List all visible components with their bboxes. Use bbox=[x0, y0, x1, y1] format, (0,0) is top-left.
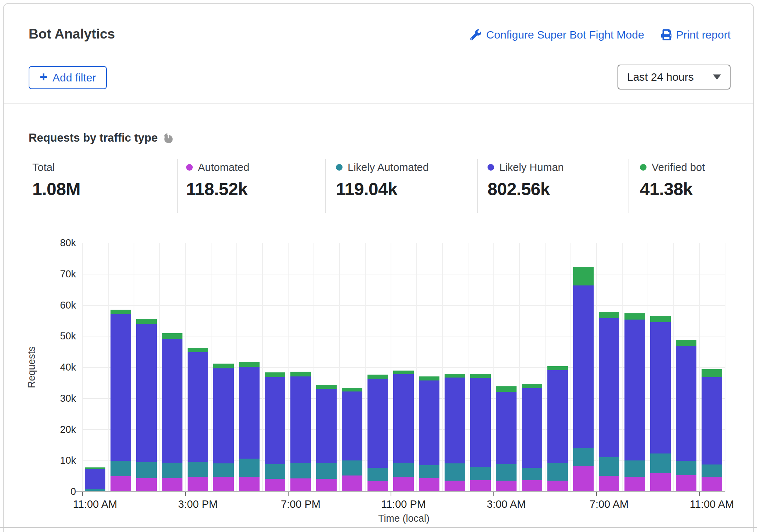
bar-segment-automated[interactable] bbox=[573, 466, 594, 492]
bar-segment-likely_human[interactable] bbox=[239, 367, 260, 459]
chart-bar[interactable] bbox=[188, 243, 208, 492]
stat-total[interactable]: Total1.08M bbox=[32, 161, 80, 199]
bar-segment-verified_bot[interactable] bbox=[111, 310, 131, 314]
stat-automated[interactable]: Automated118.52k bbox=[186, 161, 249, 199]
chart-bar[interactable] bbox=[650, 243, 671, 492]
bar-segment-verified_bot[interactable] bbox=[290, 372, 311, 376]
bar-segment-likely_human[interactable] bbox=[393, 374, 414, 463]
bar-segment-likely_human[interactable] bbox=[290, 376, 311, 463]
bar-segment-automated[interactable] bbox=[393, 477, 414, 492]
bar-segment-likely_human[interactable] bbox=[136, 324, 157, 462]
chart-bar[interactable] bbox=[213, 243, 234, 492]
bar-segment-likely_human[interactable] bbox=[111, 314, 131, 461]
bar-segment-likely_human[interactable] bbox=[522, 388, 542, 468]
bar-segment-likely_automated[interactable] bbox=[547, 463, 568, 481]
bar-segment-automated[interactable] bbox=[445, 481, 465, 492]
bar-segment-automated[interactable] bbox=[188, 477, 208, 492]
chart-bar[interactable] bbox=[522, 243, 542, 492]
chart-bar[interactable] bbox=[290, 243, 311, 492]
bar-segment-likely_automated[interactable] bbox=[676, 461, 696, 475]
bar-segment-verified_bot[interactable] bbox=[188, 348, 208, 353]
bar-segment-likely_automated[interactable] bbox=[470, 467, 491, 480]
bar-segment-likely_automated[interactable] bbox=[393, 463, 414, 477]
chart-bar[interactable] bbox=[496, 243, 517, 492]
bar-segment-likely_human[interactable] bbox=[573, 285, 594, 448]
bar-segment-likely_human[interactable] bbox=[162, 339, 182, 463]
bar-segment-verified_bot[interactable] bbox=[445, 374, 465, 378]
bar-segment-verified_bot[interactable] bbox=[702, 369, 722, 377]
bar-segment-verified_bot[interactable] bbox=[650, 316, 671, 322]
bar-segment-likely_automated[interactable] bbox=[367, 468, 388, 481]
bar-segment-verified_bot[interactable] bbox=[367, 375, 388, 379]
chart-bar[interactable] bbox=[111, 243, 131, 492]
bar-segment-verified_bot[interactable] bbox=[162, 333, 182, 339]
bar-segment-verified_bot[interactable] bbox=[599, 312, 619, 318]
bar-segment-likely_human[interactable] bbox=[676, 346, 696, 461]
bar-segment-likely_automated[interactable] bbox=[213, 463, 234, 477]
bar-segment-likely_human[interactable] bbox=[547, 370, 568, 463]
bar-segment-likely_human[interactable] bbox=[419, 380, 439, 466]
bar-segment-likely_human[interactable] bbox=[702, 377, 722, 464]
chart-bar[interactable] bbox=[85, 243, 105, 492]
bar-segment-automated[interactable] bbox=[239, 477, 260, 492]
bar-segment-likely_human[interactable] bbox=[85, 469, 105, 489]
bar-segment-verified_bot[interactable] bbox=[85, 467, 105, 469]
bar-segment-likely_automated[interactable] bbox=[650, 453, 671, 473]
bar-segment-automated[interactable] bbox=[650, 473, 671, 492]
bar-segment-automated[interactable] bbox=[111, 476, 131, 492]
bar-segment-automated[interactable] bbox=[342, 475, 362, 492]
chart-bar[interactable] bbox=[239, 243, 260, 492]
bar-segment-likely_human[interactable] bbox=[650, 322, 671, 453]
bar-segment-likely_human[interactable] bbox=[624, 320, 645, 460]
print-report-link[interactable]: Print report bbox=[660, 29, 731, 41]
chart-bar[interactable] bbox=[702, 243, 722, 492]
chart-bar[interactable] bbox=[162, 243, 182, 492]
bar-segment-likely_automated[interactable] bbox=[85, 489, 105, 491]
bar-segment-likely_automated[interactable] bbox=[702, 464, 722, 477]
bar-segment-automated[interactable] bbox=[213, 477, 234, 492]
bar-segment-likely_automated[interactable] bbox=[188, 462, 208, 477]
bar-segment-automated[interactable] bbox=[419, 478, 439, 492]
bar-segment-likely_automated[interactable] bbox=[573, 448, 594, 466]
bar-segment-likely_automated[interactable] bbox=[136, 462, 157, 478]
bar-segment-likely_human[interactable] bbox=[470, 378, 491, 467]
bar-segment-likely_human[interactable] bbox=[445, 378, 465, 463]
bar-segment-automated[interactable] bbox=[162, 478, 182, 492]
bar-segment-automated[interactable] bbox=[599, 476, 619, 492]
chart-bar[interactable] bbox=[624, 243, 645, 492]
bar-segment-likely_human[interactable] bbox=[188, 352, 208, 462]
bar-segment-verified_bot[interactable] bbox=[136, 319, 157, 324]
chart-bar[interactable] bbox=[419, 243, 439, 492]
bar-segment-likely_human[interactable] bbox=[342, 391, 362, 460]
stat-likely-human[interactable]: Likely Human802.56k bbox=[488, 161, 564, 199]
bar-segment-verified_bot[interactable] bbox=[470, 374, 491, 378]
bar-segment-verified_bot[interactable] bbox=[419, 376, 439, 380]
bar-segment-likely_human[interactable] bbox=[316, 389, 337, 463]
bar-segment-likely_automated[interactable] bbox=[239, 459, 260, 477]
bar-segment-likely_automated[interactable] bbox=[316, 463, 337, 479]
bar-segment-likely_automated[interactable] bbox=[624, 460, 645, 477]
bar-segment-likely_automated[interactable] bbox=[265, 464, 285, 479]
bar-segment-likely_human[interactable] bbox=[265, 377, 285, 464]
bar-segment-likely_automated[interactable] bbox=[522, 468, 542, 480]
bar-segment-likely_human[interactable] bbox=[599, 318, 619, 457]
chart-bar[interactable] bbox=[265, 243, 285, 492]
bar-segment-verified_bot[interactable] bbox=[624, 313, 645, 320]
bar-segment-automated[interactable] bbox=[136, 478, 157, 492]
bar-segment-automated[interactable] bbox=[676, 475, 696, 492]
bar-segment-verified_bot[interactable] bbox=[676, 340, 696, 346]
chart-bar[interactable] bbox=[342, 243, 362, 492]
bar-segment-automated[interactable] bbox=[290, 478, 311, 492]
bar-segment-automated[interactable] bbox=[496, 481, 517, 492]
chart-bar[interactable] bbox=[393, 243, 414, 492]
bar-segment-likely_automated[interactable] bbox=[342, 460, 362, 475]
chart-bar[interactable] bbox=[573, 243, 594, 492]
chart-bar[interactable] bbox=[316, 243, 337, 492]
bar-segment-automated[interactable] bbox=[316, 479, 337, 492]
chart-bar[interactable] bbox=[367, 243, 388, 492]
bar-segment-likely_automated[interactable] bbox=[111, 461, 131, 476]
chart-bar[interactable] bbox=[445, 243, 465, 492]
bar-segment-automated[interactable] bbox=[547, 481, 568, 492]
bar-segment-likely_automated[interactable] bbox=[162, 463, 182, 478]
bar-segment-verified_bot[interactable] bbox=[239, 362, 260, 367]
